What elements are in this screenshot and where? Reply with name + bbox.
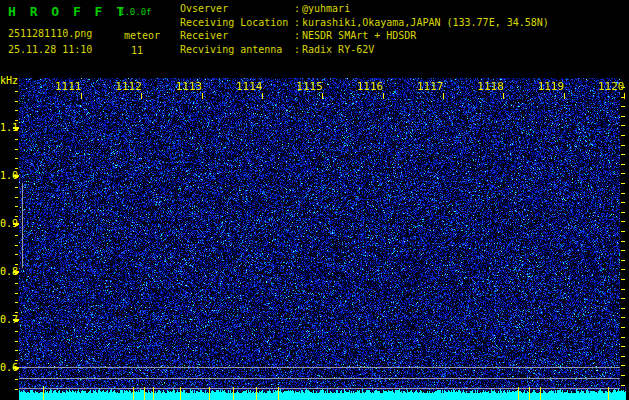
station-info-block: Ovserver:@yuhmariReceiving Location:kura… (180, 2, 549, 57)
frequency-minor-tick-left (15, 293, 18, 294)
time-axis-label: 1114 (236, 80, 263, 93)
time-axis-tick (564, 93, 565, 99)
frequency-minor-tick-left (15, 273, 18, 274)
output-filename: 2511281110.png (8, 28, 92, 39)
frequency-minor-tick-right (621, 298, 625, 299)
meteor-event-mark (209, 387, 210, 400)
frequency-minor-tick-right (621, 221, 625, 222)
frequency-minor-tick-left (15, 197, 18, 198)
info-row: Receiving Location:kurashiki,Okayama,JAP… (180, 16, 549, 30)
spectrogram-noise (19, 78, 620, 390)
frequency-axis-label: 0.6 (0, 362, 14, 373)
frequency-axis-label: 1.1 (0, 122, 14, 133)
meteor-event-mark (233, 387, 234, 400)
frequency-minor-tick-right (621, 135, 625, 136)
meteor-event-mark (153, 387, 154, 400)
frequency-minor-tick-left (15, 158, 18, 159)
frequency-axis-label: 1.0 (0, 170, 14, 181)
frequency-minor-tick-right (621, 385, 625, 386)
info-label: Receiving Location (180, 16, 292, 30)
frequency-minor-tick-left (15, 312, 18, 313)
meteor-counter-value: 11 (131, 45, 143, 56)
meteor-event-mark (608, 387, 609, 400)
frequency-minor-tick-left (15, 177, 18, 178)
frequency-minor-tick-right (621, 337, 625, 338)
frequency-minor-tick-right (621, 279, 625, 280)
meteor-counter-label: meteor (124, 30, 160, 41)
frequency-minor-tick-left (15, 187, 18, 188)
frequency-axis-label: 0.8 (0, 266, 14, 277)
time-axis-label: 1118 (477, 80, 504, 93)
frequency-minor-tick-right (621, 356, 625, 357)
info-row: Ovserver:@yuhmari (180, 2, 549, 16)
frequency-minor-tick-left (15, 225, 18, 226)
frequency-minor-tick-left (15, 235, 18, 236)
frequency-minor-tick-left (15, 110, 18, 111)
frequency-minor-tick-left (15, 216, 18, 217)
time-axis-label: 1116 (357, 80, 384, 93)
time-axis-tick (383, 93, 384, 99)
frequency-minor-tick-left (15, 341, 18, 342)
datetime-label: 25.11.28 11:10 (8, 44, 92, 55)
frequency-minor-tick-left (15, 283, 18, 284)
info-separator: : (292, 2, 302, 16)
frequency-minor-tick-left (15, 254, 18, 255)
frequency-minor-tick-left (15, 245, 18, 246)
time-axis-label: 1119 (538, 80, 565, 93)
time-axis-tick (262, 93, 263, 99)
info-value: Radix RY-62V (302, 43, 374, 57)
time-axis-tick (81, 93, 82, 99)
carrier-line (19, 378, 620, 379)
meteor-event-mark (278, 387, 279, 400)
time-axis-tick (443, 93, 444, 99)
time-axis-tick (503, 93, 504, 99)
frequency-minor-tick-right (621, 183, 625, 184)
info-value: kurashiki,Okayama,JAPAN (133.77E, 34.58N… (302, 16, 549, 30)
info-label: Ovserver (180, 2, 292, 16)
frequency-axis-label: 0.7 (0, 314, 14, 325)
frequency-minor-tick-right (621, 269, 625, 270)
frequency-minor-tick-left (15, 149, 18, 150)
frequency-minor-tick-right (621, 365, 625, 366)
frequency-minor-tick-right (621, 231, 625, 232)
frequency-minor-tick-left (15, 139, 18, 140)
meteor-event-mark (133, 387, 134, 400)
info-separator: : (292, 29, 302, 43)
frequency-minor-tick-right (621, 202, 625, 203)
frequency-minor-tick-left (15, 91, 18, 92)
carrier-line (19, 367, 620, 368)
frequency-minor-tick-left (15, 321, 18, 322)
app-version: 1.0.0f (119, 7, 152, 17)
meteor-event-mark (180, 387, 181, 400)
frequency-minor-tick-right (621, 289, 625, 290)
frequency-minor-tick-right (621, 87, 625, 88)
frequency-minor-tick-right (621, 346, 625, 347)
time-axis-tick (141, 93, 142, 99)
frequency-minor-tick-left (15, 350, 18, 351)
frequency-minor-tick-left (15, 389, 18, 390)
frequency-minor-tick-right (621, 327, 625, 328)
frequency-unit-label: kHz (0, 75, 18, 86)
frequency-minor-tick-left (15, 206, 18, 207)
frequency-axis-label: 0.9 (0, 218, 14, 229)
frequency-minor-tick-right (621, 375, 625, 376)
frequency-minor-tick-right (621, 308, 625, 309)
frequency-minor-tick-left (15, 331, 18, 332)
frequency-minor-tick-right (621, 164, 625, 165)
frequency-minor-tick-right (621, 125, 625, 126)
time-axis-tick (202, 93, 203, 99)
time-axis-label: 1111 (55, 80, 82, 93)
meteor-event-mark (529, 387, 530, 400)
frequency-minor-tick-left (15, 120, 18, 121)
frequency-minor-tick-right (621, 260, 625, 261)
info-row: Recviving antenna:Radix RY-62V (180, 43, 549, 57)
info-separator: : (292, 16, 302, 30)
time-axis-label: 1115 (296, 80, 323, 93)
frequency-minor-tick-right (621, 116, 625, 117)
time-axis-label: 1112 (115, 80, 142, 93)
meteor-event-mark (144, 387, 145, 400)
frequency-minor-tick-left (15, 360, 18, 361)
app-title: H R O F F T (8, 4, 127, 19)
time-axis-tick (322, 93, 323, 99)
frequency-minor-tick-right (621, 106, 625, 107)
